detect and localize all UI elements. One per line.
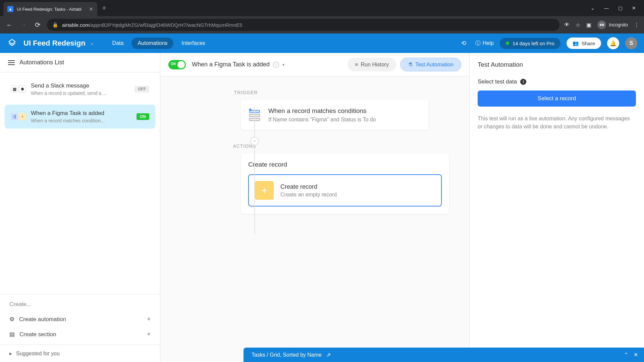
- airtable-logo-icon[interactable]: [7, 38, 17, 49]
- airtable-mini-icon: ▦: [11, 85, 18, 93]
- automation-item-figma[interactable]: ⇶ + When a Figma Task is added When a re…: [5, 105, 155, 129]
- address-bar: ← → ⟳ 🔒 airtable.com/appnB2PYqtdgiMrZG/w…: [0, 16, 644, 34]
- select-test-data-label: Select test data i: [478, 78, 636, 85]
- flask-icon: ⚗: [408, 61, 413, 68]
- info-icon[interactable]: i: [273, 62, 279, 68]
- hamburger-icon: [8, 60, 15, 65]
- reload-button[interactable]: ⟳: [33, 21, 42, 29]
- trigger-section-label: TRIGGER: [221, 90, 271, 95]
- status-badge: ON: [137, 113, 149, 120]
- back-button[interactable]: ←: [5, 21, 14, 29]
- maximize-icon[interactable]: ▢: [618, 5, 623, 11]
- plus-mini-icon: +: [19, 113, 26, 120]
- automation-title: Send a Slack message: [31, 82, 130, 89]
- share-button[interactable]: 👥 Share: [567, 38, 601, 49]
- user-avatar[interactable]: S: [625, 37, 637, 49]
- flow-connector-line: [254, 107, 255, 235]
- chevron-down-icon: ⌄: [90, 41, 94, 46]
- select-record-button[interactable]: Select a record: [478, 90, 636, 107]
- eye-off-icon[interactable]: 👁: [564, 22, 570, 28]
- url-input[interactable]: 🔒 airtable.com/appnB2PYqtdgiMrZG/wfl3ajg…: [47, 19, 559, 31]
- actions-card: Create record + Create record Create an …: [241, 154, 449, 214]
- slack-mini-icon: ✱: [19, 85, 26, 93]
- automation-desc: When a record is updated, send a ...: [31, 90, 130, 96]
- list-icon: ≡: [355, 62, 358, 68]
- close-icon[interactable]: ✕: [634, 352, 638, 358]
- favicon-icon: ▲: [7, 6, 13, 12]
- sidebar-header[interactable]: Automations List: [0, 53, 160, 72]
- create-automation-button[interactable]: ⚙ Create automation +: [0, 312, 160, 327]
- base-name-dropdown[interactable]: UI Feed Redesign ⌄: [23, 39, 94, 48]
- header-tabs: Data Automations Interfaces: [106, 38, 211, 49]
- action-step-create-record[interactable]: + Create record Create an empty record: [248, 174, 442, 206]
- automation-item-slack[interactable]: ▦ ✱ Send a Slack message When a record i…: [5, 77, 155, 101]
- chevron-down-icon[interactable]: ⌄: [591, 5, 595, 11]
- automations-sidebar: Automations List ▦ ✱ Send a Slack messag…: [0, 53, 160, 362]
- app-header: UI Feed Redesign ⌄ Data Automations Inte…: [0, 34, 644, 53]
- star-icon[interactable]: ☆: [576, 22, 580, 28]
- browser-tab[interactable]: ▲ UI Feed Redesign: Tasks - Airtabl ✕: [3, 2, 97, 16]
- tab-interfaces[interactable]: Interfaces: [175, 38, 211, 49]
- help-button[interactable]: ⓘ Help: [475, 40, 494, 47]
- browser-tab-strip: ▲ UI Feed Redesign: Tasks - Airtabl ✕ + …: [0, 0, 644, 16]
- lock-icon: 🔒: [52, 22, 58, 27]
- create-dropdown[interactable]: Create...: [0, 297, 160, 312]
- window-controls: ⌄ ― ▢ ✕: [583, 5, 644, 11]
- plus-icon: +: [147, 316, 151, 323]
- action-group-title: Create record: [248, 161, 442, 168]
- forward-button[interactable]: →: [19, 21, 28, 29]
- trigger-mini-icon: ⇶: [11, 113, 18, 120]
- new-tab-button[interactable]: +: [102, 4, 106, 12]
- test-automation-panel: Test Automation Select test data i Selec…: [470, 53, 644, 362]
- chevron-up-icon[interactable]: ⌃: [624, 352, 628, 358]
- automation-desc: When a record matches condition...: [31, 118, 132, 123]
- status-dot-icon: [506, 42, 509, 45]
- test-help-text: This test will run as a live automation.…: [478, 115, 636, 131]
- automation-name[interactable]: When a Figma Task is added i ▾: [192, 61, 284, 68]
- chevron-down-icon[interactable]: ▾: [282, 62, 284, 67]
- trigger-title: When a record matches conditions: [268, 107, 376, 115]
- automation-toggle[interactable]: ON: [168, 60, 186, 69]
- create-section-button[interactable]: ▤ Create section +: [0, 327, 160, 342]
- history-icon[interactable]: ⟲: [459, 38, 469, 49]
- create-record-icon: +: [255, 181, 274, 200]
- tab-close-icon[interactable]: ✕: [89, 6, 93, 12]
- canvas-header: ON When a Figma Task is added i ▾ ≡ Run …: [160, 53, 469, 76]
- view-path: Tasks / Grid, Sorted by Name: [252, 352, 322, 358]
- svg-point-3: [249, 109, 251, 111]
- trial-status-pill[interactable]: 14 days left on Pro: [500, 38, 560, 49]
- notifications-button[interactable]: 🔔: [607, 37, 619, 49]
- action-title: Create record: [280, 183, 337, 190]
- test-automation-button[interactable]: ⚗ Test Automation: [400, 58, 461, 71]
- close-window-icon[interactable]: ✕: [632, 5, 636, 11]
- minimize-icon[interactable]: ―: [604, 5, 609, 11]
- incognito-icon: 🕶: [597, 20, 606, 29]
- trigger-desc: If Name contains "Figma" and Status is T…: [268, 117, 376, 123]
- trigger-card[interactable]: When a record matches conditions If Name…: [241, 100, 429, 130]
- action-desc: Create an empty record: [280, 192, 337, 198]
- tab-data[interactable]: Data: [106, 38, 130, 49]
- automation-icon: ⚙: [9, 316, 14, 323]
- url-text: airtable.com/appnB2PYqtdgiMrZG/wfl3ajglO…: [62, 22, 242, 28]
- info-icon[interactable]: i: [520, 79, 526, 85]
- menu-icon[interactable]: ⋮: [634, 22, 639, 28]
- panel-icon[interactable]: ▣: [586, 22, 591, 28]
- people-icon: 👥: [573, 40, 579, 46]
- incognito-badge: 🕶 Incognito: [597, 20, 628, 29]
- help-icon: ⓘ: [475, 40, 481, 47]
- flow-collapse-node[interactable]: −: [250, 137, 259, 145]
- suggested-for-you[interactable]: ▸ Suggested for you: [0, 345, 160, 362]
- conditions-icon: [248, 108, 262, 122]
- bell-icon: 🔔: [610, 40, 616, 47]
- automation-list: ▦ ✱ Send a Slack message When a record i…: [0, 72, 160, 294]
- chevron-right-icon: ▸: [9, 350, 12, 357]
- tab-title: UI Feed Redesign: Tasks - Airtabl: [17, 7, 86, 12]
- view-bottom-bar[interactable]: Tasks / Grid, Sorted by Name ⇗ ⌃ ✕: [244, 348, 644, 362]
- panel-title: Test Automation: [478, 61, 636, 68]
- tab-automations[interactable]: Automations: [131, 38, 173, 49]
- run-history-button[interactable]: ≡ Run History: [347, 58, 396, 71]
- external-link-icon[interactable]: ⇗: [326, 352, 331, 358]
- automation-title: When a Figma Task is added: [31, 110, 132, 117]
- canvas-body: − TRIGGER When a record matches conditio…: [160, 76, 469, 362]
- automation-canvas: ON When a Figma Task is added i ▾ ≡ Run …: [160, 53, 470, 362]
